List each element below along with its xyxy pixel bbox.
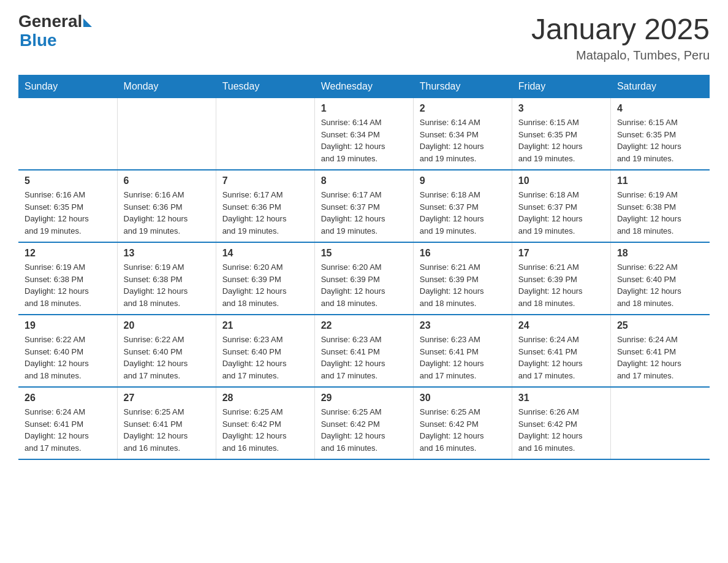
calendar-cell: 27Sunrise: 6:25 AM Sunset: 6:41 PM Dayli… xyxy=(117,387,216,459)
calendar-cell: 10Sunrise: 6:18 AM Sunset: 6:37 PM Dayli… xyxy=(512,170,610,242)
day-info: Sunrise: 6:20 AM Sunset: 6:39 PM Dayligh… xyxy=(222,261,308,309)
header-saturday: Saturday xyxy=(610,75,709,98)
calendar-week-4: 19Sunrise: 6:22 AM Sunset: 6:40 PM Dayli… xyxy=(18,315,710,387)
calendar-cell: 6Sunrise: 6:16 AM Sunset: 6:36 PM Daylig… xyxy=(117,170,216,242)
calendar-header-row: SundayMondayTuesdayWednesdayThursdayFrid… xyxy=(18,75,710,98)
calendar-cell: 17Sunrise: 6:21 AM Sunset: 6:39 PM Dayli… xyxy=(512,242,610,315)
day-number: 20 xyxy=(124,320,210,331)
calendar-week-1: 1Sunrise: 6:14 AM Sunset: 6:34 PM Daylig… xyxy=(18,98,710,170)
day-number: 1 xyxy=(321,103,407,114)
calendar-title: January 2025 xyxy=(531,12,710,46)
logo: General Blue xyxy=(18,12,92,50)
calendar-cell: 9Sunrise: 6:18 AM Sunset: 6:37 PM Daylig… xyxy=(413,170,512,242)
day-number: 30 xyxy=(420,393,506,404)
day-number: 24 xyxy=(518,320,604,331)
calendar-cell: 16Sunrise: 6:21 AM Sunset: 6:39 PM Dayli… xyxy=(413,242,512,315)
day-number: 13 xyxy=(124,248,210,259)
day-info: Sunrise: 6:25 AM Sunset: 6:42 PM Dayligh… xyxy=(321,406,407,454)
day-info: Sunrise: 6:22 AM Sunset: 6:40 PM Dayligh… xyxy=(25,334,111,381)
header-friday: Friday xyxy=(512,75,610,98)
calendar-cell: 19Sunrise: 6:22 AM Sunset: 6:40 PM Dayli… xyxy=(18,315,117,387)
day-number: 4 xyxy=(617,103,703,114)
calendar-week-2: 5Sunrise: 6:16 AM Sunset: 6:35 PM Daylig… xyxy=(18,170,710,242)
day-info: Sunrise: 6:21 AM Sunset: 6:39 PM Dayligh… xyxy=(420,261,506,309)
day-info: Sunrise: 6:25 AM Sunset: 6:41 PM Dayligh… xyxy=(124,406,210,454)
day-info: Sunrise: 6:24 AM Sunset: 6:41 PM Dayligh… xyxy=(518,334,604,381)
day-info: Sunrise: 6:24 AM Sunset: 6:41 PM Dayligh… xyxy=(617,334,703,381)
day-info: Sunrise: 6:14 AM Sunset: 6:34 PM Dayligh… xyxy=(420,117,506,164)
header-thursday: Thursday xyxy=(413,75,512,98)
day-info: Sunrise: 6:15 AM Sunset: 6:35 PM Dayligh… xyxy=(617,117,703,164)
calendar-cell: 12Sunrise: 6:19 AM Sunset: 6:38 PM Dayli… xyxy=(18,242,117,315)
calendar-cell xyxy=(117,98,216,170)
calendar-cell: 2Sunrise: 6:14 AM Sunset: 6:34 PM Daylig… xyxy=(413,98,512,170)
calendar-cell: 28Sunrise: 6:25 AM Sunset: 6:42 PM Dayli… xyxy=(216,387,314,459)
calendar-subtitle: Matapalo, Tumbes, Peru xyxy=(531,48,710,63)
calendar-cell: 25Sunrise: 6:24 AM Sunset: 6:41 PM Dayli… xyxy=(610,315,709,387)
day-info: Sunrise: 6:19 AM Sunset: 6:38 PM Dayligh… xyxy=(617,189,703,237)
day-number: 16 xyxy=(420,248,506,259)
calendar-week-3: 12Sunrise: 6:19 AM Sunset: 6:38 PM Dayli… xyxy=(18,242,710,315)
header-tuesday: Tuesday xyxy=(216,75,314,98)
logo-general: General xyxy=(18,12,82,31)
logo-blue: Blue xyxy=(18,31,92,50)
calendar-cell: 4Sunrise: 6:15 AM Sunset: 6:35 PM Daylig… xyxy=(610,98,709,170)
header-wednesday: Wednesday xyxy=(314,75,413,98)
calendar-cell: 31Sunrise: 6:26 AM Sunset: 6:42 PM Dayli… xyxy=(512,387,610,459)
day-info: Sunrise: 6:16 AM Sunset: 6:36 PM Dayligh… xyxy=(124,189,210,237)
day-info: Sunrise: 6:14 AM Sunset: 6:34 PM Dayligh… xyxy=(321,117,407,164)
day-info: Sunrise: 6:19 AM Sunset: 6:38 PM Dayligh… xyxy=(25,261,111,309)
day-number: 7 xyxy=(222,175,308,186)
day-info: Sunrise: 6:17 AM Sunset: 6:37 PM Dayligh… xyxy=(321,189,407,237)
day-number: 27 xyxy=(124,393,210,404)
day-info: Sunrise: 6:23 AM Sunset: 6:41 PM Dayligh… xyxy=(321,334,407,381)
calendar-cell: 29Sunrise: 6:25 AM Sunset: 6:42 PM Dayli… xyxy=(314,387,413,459)
calendar-cell: 30Sunrise: 6:25 AM Sunset: 6:42 PM Dayli… xyxy=(413,387,512,459)
day-number: 5 xyxy=(25,175,111,186)
calendar-cell: 24Sunrise: 6:24 AM Sunset: 6:41 PM Dayli… xyxy=(512,315,610,387)
header-monday: Monday xyxy=(117,75,216,98)
calendar-cell: 15Sunrise: 6:20 AM Sunset: 6:39 PM Dayli… xyxy=(314,242,413,315)
calendar-cell: 13Sunrise: 6:19 AM Sunset: 6:38 PM Dayli… xyxy=(117,242,216,315)
day-info: Sunrise: 6:18 AM Sunset: 6:37 PM Dayligh… xyxy=(420,189,506,237)
calendar-cell: 20Sunrise: 6:22 AM Sunset: 6:40 PM Dayli… xyxy=(117,315,216,387)
calendar-cell: 3Sunrise: 6:15 AM Sunset: 6:35 PM Daylig… xyxy=(512,98,610,170)
day-number: 25 xyxy=(617,320,703,331)
day-info: Sunrise: 6:22 AM Sunset: 6:40 PM Dayligh… xyxy=(124,334,210,381)
calendar-cell xyxy=(610,387,709,459)
calendar-cell: 5Sunrise: 6:16 AM Sunset: 6:35 PM Daylig… xyxy=(18,170,117,242)
calendar-cell: 7Sunrise: 6:17 AM Sunset: 6:36 PM Daylig… xyxy=(216,170,314,242)
calendar-cell xyxy=(18,98,117,170)
calendar-cell: 1Sunrise: 6:14 AM Sunset: 6:34 PM Daylig… xyxy=(314,98,413,170)
day-number: 6 xyxy=(124,175,210,186)
logo-triangle-icon xyxy=(83,18,92,27)
calendar-week-5: 26Sunrise: 6:24 AM Sunset: 6:41 PM Dayli… xyxy=(18,387,710,459)
day-number: 26 xyxy=(25,393,111,404)
calendar-cell: 21Sunrise: 6:23 AM Sunset: 6:40 PM Dayli… xyxy=(216,315,314,387)
day-number: 31 xyxy=(518,393,604,404)
day-info: Sunrise: 6:16 AM Sunset: 6:35 PM Dayligh… xyxy=(25,189,111,237)
day-number: 23 xyxy=(420,320,506,331)
day-number: 14 xyxy=(222,248,308,259)
day-info: Sunrise: 6:23 AM Sunset: 6:40 PM Dayligh… xyxy=(222,334,308,381)
day-info: Sunrise: 6:21 AM Sunset: 6:39 PM Dayligh… xyxy=(518,261,604,309)
day-number: 21 xyxy=(222,320,308,331)
day-number: 10 xyxy=(518,175,604,186)
day-info: Sunrise: 6:22 AM Sunset: 6:40 PM Dayligh… xyxy=(617,261,703,309)
day-number: 22 xyxy=(321,320,407,331)
calendar-cell xyxy=(216,98,314,170)
day-number: 11 xyxy=(617,175,703,186)
day-info: Sunrise: 6:20 AM Sunset: 6:39 PM Dayligh… xyxy=(321,261,407,309)
title-block: January 2025 Matapalo, Tumbes, Peru xyxy=(531,12,710,63)
day-number: 17 xyxy=(518,248,604,259)
calendar-cell: 26Sunrise: 6:24 AM Sunset: 6:41 PM Dayli… xyxy=(18,387,117,459)
day-number: 12 xyxy=(25,248,111,259)
header-sunday: Sunday xyxy=(18,75,117,98)
day-info: Sunrise: 6:19 AM Sunset: 6:38 PM Dayligh… xyxy=(124,261,210,309)
day-info: Sunrise: 6:24 AM Sunset: 6:41 PM Dayligh… xyxy=(25,406,111,454)
calendar-cell: 8Sunrise: 6:17 AM Sunset: 6:37 PM Daylig… xyxy=(314,170,413,242)
day-number: 29 xyxy=(321,393,407,404)
day-number: 28 xyxy=(222,393,308,404)
day-info: Sunrise: 6:26 AM Sunset: 6:42 PM Dayligh… xyxy=(518,406,604,454)
calendar-cell: 23Sunrise: 6:23 AM Sunset: 6:41 PM Dayli… xyxy=(413,315,512,387)
